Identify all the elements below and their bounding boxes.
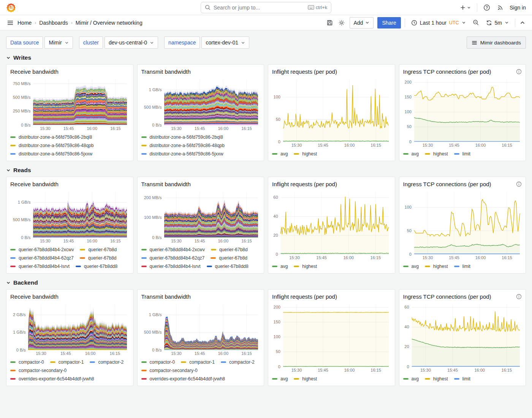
legend-item[interactable]: querier-67b8dd8	[207, 264, 249, 269]
legend-item[interactable]: querier-67b8dd8	[76, 264, 117, 269]
legend-item[interactable]: limit	[454, 151, 470, 157]
chart-plot[interactable]: 05010015020015:3015:4516:0016:15	[403, 76, 522, 149]
search-input[interactable]: Search or jump to... ctrl+k	[201, 2, 331, 13]
add-panel-button[interactable]: Add	[350, 17, 374, 28]
info-icon[interactable]	[516, 294, 522, 299]
legend-item[interactable]: overrides-exporter-6c544b4ddf-jvwh8	[10, 376, 94, 382]
legend-item[interactable]: highest	[294, 376, 317, 382]
add-new-button[interactable]	[459, 4, 472, 11]
help-icon[interactable]: ?	[483, 3, 491, 12]
legend-item[interactable]: highest	[425, 264, 448, 269]
chart-plot[interactable]: 020406015:3015:4516:0016:15	[272, 189, 391, 261]
panel-header: Transmit bandwidth	[141, 66, 260, 76]
zoom-out-time-icon[interactable]	[472, 19, 480, 27]
variable-namespace-value[interactable]: cortex-dev-01	[201, 36, 249, 49]
collapse-toolbar-icon[interactable]	[519, 19, 526, 26]
legend-item[interactable]: distributor-zone-a-56fd759c86-48qpb	[10, 143, 93, 148]
legend-item[interactable]: compactor-2	[90, 359, 124, 365]
panel-title[interactable]: Transmit bandwidth	[141, 68, 191, 75]
legend-item[interactable]: compactor-1	[50, 359, 84, 365]
grafana-logo[interactable]	[6, 3, 16, 13]
legend-item[interactable]: querier-67b8d	[211, 247, 248, 252]
variable-datasource-value[interactable]: Mimir	[44, 36, 73, 49]
legend-item[interactable]: overrides-exporter-6c544b4ddf-jvwh8	[141, 376, 225, 382]
menu-toggle-icon[interactable]	[6, 19, 14, 27]
chart-plot[interactable]: 0 B/s250 MB/s500 MB/s750 MB/s15:3015:451…	[10, 76, 129, 132]
save-dashboard-icon[interactable]	[326, 19, 334, 27]
legend-item[interactable]: querier-67b8dd84b4-62qz7	[141, 255, 205, 261]
chart-plot[interactable]: 0 B/s500 MB/s1 GB/s15:3015:4516:0016:15	[10, 189, 129, 244]
legend-item[interactable]: querier-67b8dd84b4-lsrvt	[10, 264, 70, 269]
variable-namespace-label[interactable]: namespace	[164, 36, 200, 49]
legend-item[interactable]: querier-67b8d	[80, 255, 117, 261]
panel-title[interactable]: Inflight requests (per pod)	[272, 68, 337, 75]
sign-in-link[interactable]: Sign in	[510, 5, 526, 11]
legend-item[interactable]: compactor-secondary-0	[141, 368, 198, 373]
dashboard-settings-icon[interactable]	[337, 19, 346, 27]
mimir-dashboards-button[interactable]: Mimir dashboards	[467, 36, 526, 49]
info-icon[interactable]	[516, 69, 522, 74]
panel-title[interactable]: Receive bandwidth	[10, 181, 59, 187]
info-icon[interactable]	[516, 181, 522, 187]
chart-plot[interactable]: 0 B/s500 MB/s1 GB/s15:3015:4516:0016:15	[141, 76, 260, 132]
chart-plot[interactable]: 05010015:3015:4516:0016:15	[403, 189, 522, 261]
panel-title[interactable]: Transmit bandwidth	[141, 293, 191, 300]
chart-plot[interactable]: 020406015:3015:4516:0016:15	[403, 301, 522, 374]
legend-item[interactable]: avg	[403, 264, 419, 269]
variable-cluster-label[interactable]: cluster	[79, 36, 103, 49]
chart-plot[interactable]: 0 B/s1 GB/s2 GB/s15:3015:4516:0016:15	[10, 301, 129, 357]
panel-title[interactable]: Ingress TCP connections (per pod)	[403, 68, 491, 75]
legend-item[interactable]: distributor-zone-a-56fd759c86-48qpb	[141, 143, 225, 148]
breadcrumb-dashboards[interactable]: Dashboards	[39, 20, 68, 26]
news-icon[interactable]	[496, 3, 504, 11]
chart-plot[interactable]: 0 B/s100 MB/s200 MB/s15:3015:4516:0016:1…	[141, 189, 260, 244]
panel-title[interactable]: Receive bandwidth	[10, 68, 59, 75]
variable-cluster-value[interactable]: dev-us-central-0	[104, 36, 158, 49]
legend-item[interactable]: querier-67b8d	[211, 255, 247, 261]
legend-item[interactable]: querier-67b8dd84b4-2xcwv	[141, 247, 205, 252]
refresh-picker[interactable]: 5m	[484, 19, 511, 26]
legend-item[interactable]: avg	[272, 151, 288, 157]
legend-item[interactable]: limit	[454, 376, 470, 382]
legend-item[interactable]: avg	[403, 151, 419, 157]
legend-item[interactable]: avg	[272, 264, 288, 269]
time-range-picker[interactable]: Last 1 hour UTC	[409, 19, 468, 26]
legend-label: querier-67b8dd8	[215, 264, 249, 269]
chart-plot[interactable]: 05010015020015:3015:4516:0016:15	[272, 301, 391, 374]
panel-title[interactable]: Receive bandwidth	[10, 293, 59, 300]
legend-item[interactable]: distributor-zone-a-56fd759c86-2bql8	[141, 135, 223, 140]
panel-title[interactable]: Ingress TCP connections (per pod)	[403, 293, 491, 300]
legend-item[interactable]: highest	[294, 264, 317, 269]
panel-title[interactable]: Transmit bandwidth	[141, 181, 191, 187]
share-button[interactable]: Share	[377, 17, 401, 28]
breadcrumb-home[interactable]: Home	[17, 20, 32, 26]
legend-item[interactable]: compactor-1	[181, 359, 215, 365]
chart-plot[interactable]: 05010015:3015:4516:0016:15	[272, 76, 391, 149]
legend-item[interactable]: querier-67b8dd84b4-62qz7	[10, 255, 74, 261]
panel-title[interactable]: Ingress TCP connections (per pod)	[403, 181, 491, 187]
legend-item[interactable]: distributor-zone-a-56fd759c86-5jxxw	[10, 151, 92, 157]
legend-item[interactable]: highest	[294, 151, 317, 157]
row-header-reads[interactable]: Reads	[6, 161, 526, 177]
legend-item[interactable]: compactor-0	[141, 359, 175, 365]
legend-item[interactable]: compactor-secondary-0	[10, 368, 66, 373]
panel-title[interactable]: Inflight requests (per pod)	[272, 181, 337, 187]
legend-item[interactable]: avg	[272, 376, 288, 382]
legend-item[interactable]: compactor-0	[10, 359, 44, 365]
row-header-backend[interactable]: Backend	[6, 274, 526, 289]
legend-item[interactable]: highest	[425, 151, 448, 157]
panel-legend: avghighestlimit	[403, 261, 522, 270]
legend-item[interactable]: avg	[403, 376, 419, 382]
legend-item[interactable]: compactor-2	[221, 359, 255, 365]
legend-item[interactable]: querier-67b8dd84b4-2xcwv	[10, 247, 74, 252]
legend-item[interactable]: querier-67b8dd84b4-lsrvt	[141, 264, 201, 269]
legend-item[interactable]: highest	[425, 376, 448, 382]
legend-item[interactable]: querier-67b8d	[80, 247, 117, 252]
chart-plot[interactable]: 0 B/s500 MB/s1 GB/s15:3015:4516:0016:15	[141, 301, 260, 357]
legend-item[interactable]: limit	[454, 264, 470, 269]
panel-title[interactable]: Inflight requests (per pod)	[272, 293, 337, 300]
row-header-writes[interactable]: Writes	[6, 49, 526, 64]
variable-datasource-label[interactable]: Data source	[6, 36, 43, 49]
legend-item[interactable]: distributor-zone-a-56fd759c86-5jxxw	[141, 151, 223, 157]
legend-item[interactable]: distributor-zone-a-56fd759c86-2bql8	[10, 135, 92, 140]
